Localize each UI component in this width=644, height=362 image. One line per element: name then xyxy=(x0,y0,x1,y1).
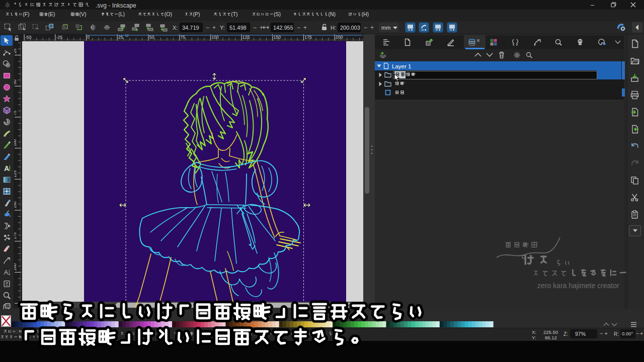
svg-text:100: 100 xyxy=(14,139,17,146)
svg-text:200: 200 xyxy=(14,263,17,270)
svg-text:(F): (F) xyxy=(23,11,29,17)
svg-text:25: 25 xyxy=(14,48,17,53)
svg-text:*: * xyxy=(14,2,17,8)
svg-text:(N): (N) xyxy=(328,11,336,17)
svg-text:-25: -25 xyxy=(56,35,62,40)
svg-text:(T): (T) xyxy=(231,11,237,17)
svg-text:(P): (P) xyxy=(193,11,200,17)
svg-text:A: A xyxy=(4,164,9,172)
svg-text:50: 50 xyxy=(14,79,17,84)
svg-text:150: 150 xyxy=(14,201,17,208)
svg-text:125: 125 xyxy=(14,170,17,177)
svg-text:(O): (O) xyxy=(165,11,172,17)
svg-text:(H): (H) xyxy=(361,11,369,17)
svg-text:(E): (E) xyxy=(48,11,55,17)
svg-text:75: 75 xyxy=(14,111,17,116)
svg-text:175: 175 xyxy=(14,232,17,239)
svg-text:(S): (S) xyxy=(274,11,281,17)
svg-text:A: A xyxy=(4,268,9,276)
svg-text:-50: -50 xyxy=(25,35,32,40)
svg-text:(L): (L) xyxy=(118,11,125,17)
svg-text:(V): (V) xyxy=(79,11,87,17)
